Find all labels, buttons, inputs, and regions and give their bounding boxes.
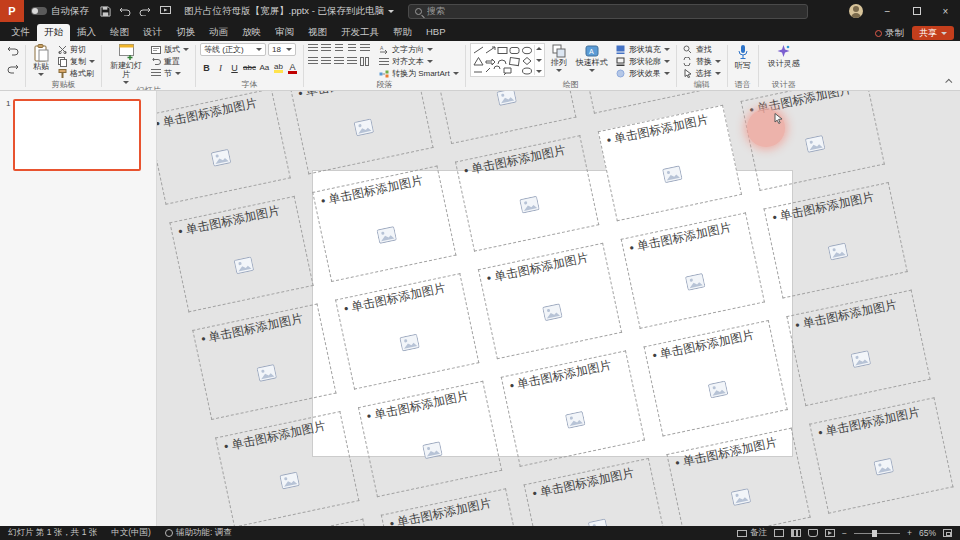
line-spacing-icon[interactable] [360,43,370,53]
zoom-percent[interactable]: 65% [919,528,936,538]
tab-设计[interactable]: 设计 [136,24,169,41]
underline-button[interactable]: U [228,61,241,74]
autosave-toggle[interactable]: 自动保存 [24,5,96,18]
strikethrough-button[interactable]: abc [242,61,257,74]
close-button[interactable]: × [931,0,960,22]
picture-icon[interactable] [730,487,751,505]
columns-icon[interactable] [360,56,370,66]
bullets-icon[interactable] [308,43,318,53]
designer-button[interactable]: 设计灵感 [763,43,805,70]
copy-button[interactable]: 复制 [55,56,97,67]
picture-placeholder[interactable]: • 单击图标添加图片 [666,428,810,526]
picture-placeholder[interactable]: • 单击图标添加图片 [169,196,313,313]
picture-placeholder[interactable]: • 单击图标添加图片 [381,488,525,526]
picture-icon[interactable] [662,165,683,183]
picture-icon[interactable] [279,471,300,489]
picture-placeholder[interactable]: • 单击图标添加图片 [289,91,433,174]
slideshow-view-icon[interactable] [825,529,835,537]
minimize-button[interactable]: − [873,0,902,22]
picture-icon[interactable] [353,118,374,136]
align-text-button[interactable]: 对齐文本 [377,56,461,67]
slide-thumbnail[interactable] [13,99,141,171]
accessibility-checker[interactable]: 辅助功能: 调查 [165,527,232,539]
picture-icon[interactable] [565,410,586,428]
dictate-button[interactable]: 听写 [732,43,754,72]
new-slide-button[interactable]: 新建幻灯片 [106,43,146,85]
picture-placeholder[interactable]: • 单击图标添加图片 [432,91,576,144]
shape-effects-button[interactable]: 形状效果 [614,68,672,79]
picture-placeholder[interactable]: • 单击图标添加图片 [358,381,502,498]
picture-icon[interactable] [588,518,609,526]
shape-outline-button[interactable]: 形状轮廓 [614,56,672,67]
picture-icon[interactable] [828,242,849,260]
picture-placeholder[interactable]: • 单击图标添加图片 [809,397,953,514]
convert-to-smartart-button[interactable]: 转换为 SmartArt [377,68,461,79]
picture-placeholder[interactable]: • 单击图标添加图片 [312,165,456,282]
picture-placeholder[interactable]: • 单击图标添加图片 [192,303,336,420]
search-box[interactable] [408,4,808,19]
find-button[interactable]: 查找 [681,44,723,55]
slide-counter[interactable]: 幻灯片 第 1 张，共 1 张 [8,527,97,539]
picture-placeholder[interactable]: • 单击图标添加图片 [644,320,788,437]
search-input[interactable] [427,6,801,16]
picture-placeholder[interactable]: • 单击图标添加图片 [763,182,907,299]
tab-文件[interactable]: 文件 [4,24,37,41]
picture-placeholder[interactable]: • 单击图标添加图片 [157,91,291,205]
picture-icon[interactable] [496,91,517,106]
layout-button[interactable]: 版式 [149,44,191,55]
slide-sorter-view-icon[interactable] [791,529,801,537]
format-painter-button[interactable]: 格式刷 [55,68,97,79]
tab-视图[interactable]: 视图 [301,24,334,41]
paste-button[interactable]: 粘贴 [30,43,52,77]
tab-审阅[interactable]: 审阅 [268,24,301,41]
align-left-icon[interactable] [308,56,318,66]
picture-icon[interactable] [376,225,397,243]
decrease-indent-icon[interactable] [334,43,344,53]
powerpoint-app-icon[interactable]: P [0,0,24,22]
reset-button[interactable]: 重置 [149,56,191,67]
zoom-slider-thumb[interactable] [872,530,877,537]
share-button[interactable]: 共享 [912,26,954,40]
undo-button[interactable] [5,43,21,59]
redo-button[interactable] [5,61,21,77]
picture-placeholder[interactable]: • 单击图标添加图片 [215,411,359,526]
picture-placeholder[interactable]: • 单击图标添加图片 [598,105,742,222]
slide-canvas[interactable]: • 单击图标添加图片• 单击图标添加图片• 单击图标添加图片• 单击图标添加图片… [157,91,960,526]
increase-indent-icon[interactable] [347,43,357,53]
font-size-select[interactable]: 18 [268,43,296,56]
picture-icon[interactable] [256,363,277,381]
picture-icon[interactable] [399,333,420,351]
slideshow-icon[interactable] [156,2,174,20]
fit-to-window-icon[interactable] [943,529,952,537]
text-direction-button[interactable]: A 文字方向 [377,44,461,55]
section-button[interactable]: 节 [149,68,191,79]
picture-icon[interactable] [850,350,871,368]
picture-icon[interactable] [708,380,729,398]
numbering-icon[interactable] [321,43,331,53]
select-button[interactable]: 选择 [681,68,723,79]
arrange-button[interactable]: 排列 [548,43,570,73]
font-family-select[interactable]: 等线 (正文) [200,43,266,56]
italic-button[interactable]: I [214,61,227,74]
zoom-in-button[interactable]: + [907,528,912,538]
language-indicator[interactable]: 中文(中国) [111,527,151,539]
font-color-button[interactable]: A [286,61,299,74]
restore-button[interactable] [902,0,931,22]
tab-插入[interactable]: 插入 [70,24,103,41]
picture-placeholder[interactable]: • 单击图标添加图片 [478,243,622,360]
picture-icon[interactable] [805,134,826,152]
picture-icon[interactable] [873,457,894,475]
tab-开始[interactable]: 开始 [37,24,70,41]
replace-button[interactable]: 替换 [681,56,723,67]
picture-icon[interactable] [211,148,232,166]
undo-icon[interactable] [116,2,134,20]
tab-动画[interactable]: 动画 [202,24,235,41]
picture-placeholder[interactable]: • 单击图标添加图片 [455,135,599,252]
bold-button[interactable]: B [200,61,213,74]
user-avatar[interactable] [849,4,863,18]
picture-placeholder[interactable]: • 单击图标添加图片 [621,212,765,329]
picture-icon[interactable] [233,256,254,274]
reading-view-icon[interactable] [808,529,818,537]
gallery-down-icon[interactable] [536,59,542,62]
picture-placeholder[interactable]: • 单击图标添加图片 [335,273,479,390]
